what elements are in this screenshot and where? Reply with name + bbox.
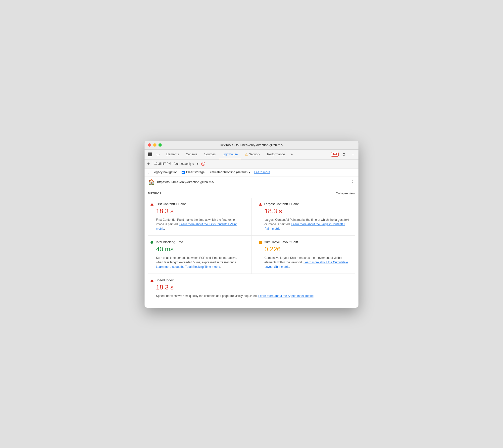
clear-storage-checkbox-label[interactable]: Clear storage <box>182 170 205 174</box>
si-name: Speed Index <box>155 278 174 282</box>
options-bar: Legacy navigation Clear storage Simulate… <box>145 168 358 176</box>
si-description: Speed Index shows how quickly the conten… <box>156 294 348 298</box>
metric-cls-header: Cumulative Layout Shift <box>259 240 350 244</box>
block-icon[interactable]: 🚫 <box>201 162 205 166</box>
tab-sources[interactable]: Sources <box>201 149 219 159</box>
metric-cls: Cumulative Layout Shift 0.226 Cumulative… <box>252 236 355 274</box>
clear-storage-checkbox[interactable] <box>182 171 185 174</box>
lcp-name: Largest Contentful Paint <box>264 202 299 206</box>
new-tab-button[interactable]: + <box>147 161 150 166</box>
url-bar: 🏠 https://foul-heavenly-direction.glitch… <box>145 176 358 188</box>
metric-si: Speed Index 18.3 s Speed Index shows how… <box>148 274 355 303</box>
si-status-icon <box>151 278 153 282</box>
timestamp-label: 12:35:47 PM - foul-heavenly-c <box>154 162 194 166</box>
network-warning-icon: ⚠ <box>245 153 248 156</box>
tbt-description: Sum of all time periods between FCP and … <box>156 256 244 269</box>
si-value: 18.3 s <box>156 283 348 291</box>
devtools-window: DevTools - foul-heavenly-direction.glitc… <box>145 141 358 308</box>
url-text: https://foul-heavenly-direction.glitch.m… <box>157 180 348 184</box>
tab-lighthouse[interactable]: Lighthouse <box>219 149 241 159</box>
tab-more[interactable]: » <box>288 149 295 159</box>
metric-lcp: Largest Contentful Paint 18.3 s Largest … <box>252 198 355 236</box>
tbt-status-icon <box>151 240 153 244</box>
metrics-grid: First Contentful Paint 18.3 s First Cont… <box>148 198 355 303</box>
tab-bar: ⬛ ▭ Elements Console Sources Lighthouse … <box>145 150 358 160</box>
tab-performance[interactable]: Performance <box>264 149 289 159</box>
throttle-chevron-icon: ▾ <box>249 170 250 174</box>
traffic-lights <box>148 143 162 147</box>
address-divider <box>152 161 152 166</box>
metrics-header: METRICS Collapse view <box>148 188 355 198</box>
tbt-learn-more-link[interactable]: Learn more about the Total Blocking Time… <box>156 265 220 269</box>
fcp-status-icon <box>151 202 153 206</box>
legacy-nav-checkbox-label[interactable]: Legacy navigation <box>148 170 178 174</box>
maximize-button[interactable] <box>158 143 162 147</box>
metric-lcp-header: Largest Contentful Paint <box>259 202 350 206</box>
fcp-value: 18.3 s <box>156 207 244 215</box>
settings-icon[interactable]: ⚙ <box>341 151 348 158</box>
tab-network[interactable]: ⚠ Network <box>241 149 264 159</box>
title-bar: DevTools - foul-heavenly-direction.glitc… <box>145 141 358 150</box>
fcp-name: First Contentful Paint <box>155 202 186 206</box>
collapse-view-button[interactable]: Collapse view <box>336 192 355 195</box>
lcp-value: 18.3 s <box>264 207 350 215</box>
tbt-name: Total Blocking Time <box>155 240 183 244</box>
metric-fcp: First Contentful Paint 18.3 s First Cont… <box>148 198 252 236</box>
lcp-status-icon <box>259 202 262 206</box>
close-button[interactable] <box>148 143 151 147</box>
more-options-icon[interactable]: ⋮ <box>350 151 356 158</box>
metric-tbt: Total Blocking Time 40 ms Sum of all tim… <box>148 236 252 274</box>
cls-description: Cumulative Layout Shift measures the mov… <box>264 256 350 269</box>
learn-more-link[interactable]: Learn more <box>254 170 270 174</box>
fcp-description: First Contentful Paint marks the time at… <box>156 218 244 231</box>
inspect-icon[interactable]: ⬛ <box>147 151 153 158</box>
tab-elements[interactable]: Elements <box>162 149 182 159</box>
window-title: DevTools - foul-heavenly-direction.glitc… <box>220 143 283 147</box>
lighthouse-icon: 🏠 <box>148 179 155 185</box>
tab-console[interactable]: Console <box>182 149 201 159</box>
legacy-nav-checkbox[interactable] <box>148 171 151 174</box>
throttle-dropdown[interactable]: Simulated throttling (default) ▾ <box>209 170 250 174</box>
timestamp-dropdown[interactable]: ▼ <box>196 162 199 166</box>
tab-bar-right: 4 ⚙ ⋮ <box>331 151 356 158</box>
si-learn-more-link[interactable]: Learn more about the Speed Index metric <box>258 294 313 298</box>
cls-value: 0.226 <box>264 245 350 253</box>
minimize-button[interactable] <box>153 143 156 147</box>
device-icon[interactable]: ▭ <box>154 151 161 158</box>
lcp-description: Largest Contentful Paint marks the time … <box>264 218 350 231</box>
metric-tbt-header: Total Blocking Time <box>151 240 244 244</box>
cls-name: Cumulative Layout Shift <box>264 240 298 244</box>
address-bar: + 12:35:47 PM - foul-heavenly-c ▼ 🚫 <box>145 160 358 168</box>
cls-status-icon <box>259 240 262 244</box>
metric-fcp-header: First Contentful Paint <box>151 202 244 206</box>
metric-si-header: Speed Index <box>151 278 348 282</box>
metrics-title: METRICS <box>148 192 161 195</box>
url-more-button[interactable]: ⋮ <box>351 179 355 185</box>
error-badge[interactable]: 4 <box>331 152 339 157</box>
metrics-section: METRICS Collapse view First Contentful P… <box>145 188 358 308</box>
error-dot <box>333 153 335 155</box>
tbt-value: 40 ms <box>156 245 244 253</box>
